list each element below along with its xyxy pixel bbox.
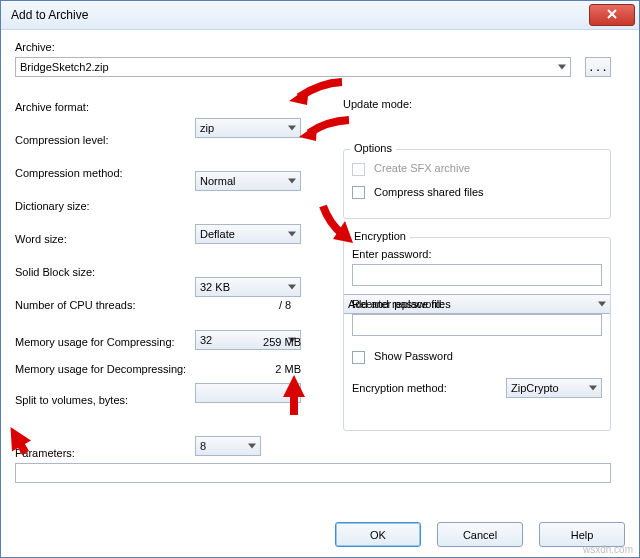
mem-decompress-label: Memory usage for Decompressing:: [15, 363, 186, 375]
cpu-threads-label: Number of CPU threads:: [15, 299, 135, 311]
archive-name-value: BridgeSketch2.zip: [20, 61, 109, 73]
checkbox-icon: [352, 186, 365, 199]
show-password-checkbox[interactable]: Show Password: [352, 350, 602, 364]
window-title: Add to Archive: [11, 8, 589, 22]
checkbox-icon: [352, 163, 365, 176]
annotation-arrow-icon: [287, 77, 347, 113]
reenter-password-label: Reenter password:: [352, 298, 602, 310]
add-to-archive-window: Add to Archive Archive: BridgeSketch2.zi…: [0, 0, 640, 558]
options-group: Options Create SFX archive Compress shar…: [343, 149, 611, 219]
parameters-label: Parameters:: [15, 447, 75, 459]
mem-compress-label: Memory usage for Compressing:: [15, 336, 175, 348]
cancel-button[interactable]: Cancel: [437, 522, 523, 547]
solid-block-size-combo[interactable]: [195, 383, 301, 403]
close-icon: [607, 9, 617, 21]
archive-format-label: Archive format:: [15, 101, 89, 113]
svg-marker-1: [299, 124, 317, 141]
dictionary-size-label: Dictionary size:: [15, 200, 90, 212]
options-legend: Options: [350, 142, 396, 154]
solid-block-size-label: Solid Block size:: [15, 266, 95, 278]
ok-button[interactable]: OK: [335, 522, 421, 547]
sfx-checkbox: Create SFX archive: [352, 162, 602, 176]
archive-format-combo[interactable]: zip: [195, 118, 301, 138]
watermark: wsxdn.com: [583, 544, 633, 555]
parameters-input[interactable]: [15, 463, 611, 483]
titlebar: Add to Archive: [1, 1, 639, 30]
cpu-threads-max: / 8: [279, 299, 291, 311]
compress-shared-checkbox[interactable]: Compress shared files: [352, 186, 602, 200]
cpu-threads-combo[interactable]: 8: [195, 436, 261, 456]
enter-password-label: Enter password:: [352, 248, 602, 260]
update-mode-label: Update mode:: [343, 98, 412, 110]
enter-password-input[interactable]: [352, 264, 602, 286]
compression-level-combo[interactable]: Normal: [195, 171, 301, 191]
encryption-legend: Encryption: [350, 230, 410, 242]
dialog-body: Archive: BridgeSketch2.zip ... Archive f…: [15, 41, 625, 501]
annotation-arrow-icon: [297, 115, 353, 149]
compression-method-combo[interactable]: Deflate: [195, 224, 301, 244]
split-volumes-label: Split to volumes, bytes:: [15, 394, 128, 406]
archive-label: Archive:: [15, 41, 55, 53]
encryption-method-combo[interactable]: ZipCrypto: [506, 378, 602, 398]
mem-compress-value: 259 MB: [215, 336, 301, 348]
dictionary-size-combo[interactable]: 32 KB: [195, 277, 301, 297]
archive-name-combo[interactable]: BridgeSketch2.zip: [15, 57, 571, 77]
reenter-password-input[interactable]: [352, 314, 602, 336]
dialog-buttons: OK Cancel Help: [335, 522, 625, 547]
ellipsis-icon: ...: [588, 61, 608, 74]
svg-marker-0: [289, 87, 309, 105]
compression-level-label: Compression level:: [15, 134, 109, 146]
mem-decompress-value: 2 MB: [215, 363, 301, 375]
compression-method-label: Compression method:: [15, 167, 123, 179]
checkbox-icon: [352, 351, 365, 364]
word-size-label: Word size:: [15, 233, 67, 245]
browse-button[interactable]: ...: [585, 57, 611, 77]
close-button[interactable]: [589, 4, 635, 26]
encryption-group: Encryption Enter password: Reenter passw…: [343, 237, 611, 431]
encryption-method-label: Encryption method:: [352, 382, 506, 394]
